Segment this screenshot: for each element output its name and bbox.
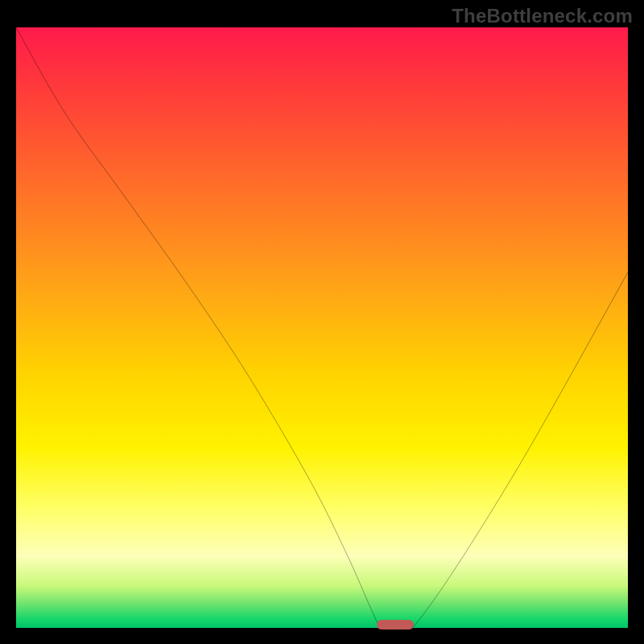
watermark-text: TheBottleneck.com	[452, 5, 633, 27]
bottleneck-curve	[16, 27, 628, 639]
chart-frame: TheBottleneck.com	[0, 0, 644, 644]
plot-area	[16, 27, 628, 628]
curve-path	[16, 27, 628, 639]
bottleneck-min-marker	[377, 620, 414, 630]
